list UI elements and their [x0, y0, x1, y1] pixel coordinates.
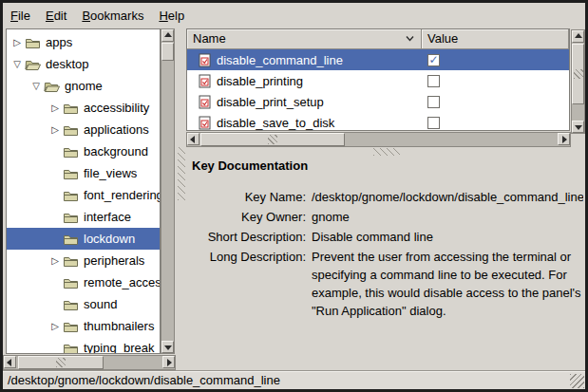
tree-item-label: apps	[44, 35, 72, 49]
key-name-cell: disable_printing	[187, 74, 422, 88]
tree-item-typing_break[interactable]: typing_break	[7, 337, 160, 354]
key-row-disable_print_setup[interactable]: disable_print_setup	[187, 91, 569, 112]
tree-item-label: interface	[82, 210, 131, 224]
expander-icon[interactable]: ▷	[48, 103, 62, 113]
arrow-left-icon	[7, 359, 11, 366]
scroll-down-button[interactable]	[572, 121, 584, 133]
gconf-editor-window: FileEditBookmarksHelp ▷ apps ▽ desktop ▽	[0, 0, 588, 392]
menu-file[interactable]: File	[7, 6, 34, 26]
folder-icon	[63, 276, 79, 289]
folder-closed-icon	[63, 342, 79, 355]
menu-edit[interactable]: Edit	[42, 6, 70, 26]
tree-item-thumbnailers[interactable]: ▷ thumbnailers	[7, 315, 160, 337]
folder-icon	[63, 189, 79, 202]
expander-icon[interactable]: ▽	[29, 81, 43, 91]
key-row-disable_save_to_disk[interactable]: disable_save_to_disk	[187, 112, 569, 131]
tree-item-apps[interactable]: ▷ apps	[7, 31, 160, 53]
key-name-cell: disable_save_to_disk	[187, 116, 422, 130]
value-checkbox[interactable]	[427, 75, 440, 87]
scroll-left-button[interactable]	[187, 133, 199, 145]
tree-item-desktop[interactable]: ▽ desktop	[7, 53, 160, 75]
folder-icon	[63, 145, 79, 159]
folder-icon	[63, 167, 79, 180]
folder-closed-icon	[63, 211, 79, 224]
value-checkbox[interactable]	[427, 117, 440, 129]
arrow-left-icon	[190, 136, 195, 143]
tree-item-background[interactable]: background	[7, 140, 160, 162]
key-row-disable_printing[interactable]: disable_printing	[187, 70, 569, 91]
expander-icon[interactable]: ▷	[48, 321, 62, 331]
arrow-right-icon	[167, 359, 172, 366]
folder-closed-icon	[63, 254, 79, 268]
folder-closed-icon	[63, 276, 79, 289]
tree-item-accessibility[interactable]: ▷ accessibility	[7, 97, 160, 119]
vertical-splitter-handle[interactable]	[178, 147, 185, 200]
tree-item-file_views[interactable]: file_views	[7, 162, 160, 184]
key-name-label: disable_print_setup	[217, 95, 324, 109]
list-hscroll-thumb[interactable]	[200, 133, 345, 146]
folder-closed-icon	[63, 298, 79, 311]
tree-item-applications[interactable]: ▷ applications	[7, 119, 160, 140]
tree-item-peripherals[interactable]: ▷ peripherals	[7, 250, 160, 271]
scroll-up-button[interactable]	[161, 29, 174, 42]
tree-item-label: file_views	[82, 166, 137, 180]
expander-icon[interactable]: ▽	[10, 59, 24, 69]
menu-help[interactable]: Help	[155, 6, 188, 26]
window-resize-grip[interactable]	[570, 374, 584, 388]
list-vertical-scrollbar[interactable]	[571, 29, 585, 134]
boolean-key-icon	[199, 95, 211, 109]
tree-item-label: peripherals	[82, 253, 144, 268]
scroll-up-button[interactable]	[572, 30, 584, 43]
scroll-right-button[interactable]	[558, 133, 570, 145]
key-value-cell	[422, 75, 569, 87]
tree-item-sound[interactable]: sound	[7, 293, 160, 315]
tree-horizontal-scrollbar[interactable]	[3, 355, 176, 370]
folder-open-icon	[44, 80, 60, 93]
key-name-label: disable_save_to_disk	[217, 116, 334, 130]
menu-bookmarks[interactable]: Bookmarks	[78, 6, 147, 26]
scroll-down-button[interactable]	[161, 341, 174, 353]
expander-icon[interactable]: ▷	[10, 37, 24, 47]
key-documentation-fields: Key Name: /desktop/gnome/lockdown/disabl…	[192, 188, 579, 320]
tree-item-lockdown[interactable]: lockdown	[7, 228, 160, 250]
thumb-grip	[56, 358, 66, 367]
tree-item-font_rendering[interactable]: font_rendering	[7, 184, 160, 206]
key-value-cell	[422, 96, 569, 108]
scroll-right-button[interactable]	[162, 356, 175, 368]
folder-icon	[44, 80, 60, 93]
list-vscroll-thumb[interactable]	[572, 44, 584, 104]
key-name-label: disable_printing	[217, 74, 303, 88]
tree-item-label: background	[82, 144, 148, 159]
boolean-key-icon	[199, 74, 211, 88]
column-header-value[interactable]: Value	[422, 29, 569, 49]
tree-item-label: applications	[82, 122, 149, 137]
arrow-right-icon	[562, 136, 567, 143]
tree-item-gnome[interactable]: ▽ gnome	[7, 75, 160, 97]
key-row-disable_command_line[interactable]: disable_command_line ✓	[187, 49, 569, 70]
value-checkbox[interactable]	[427, 96, 440, 108]
tree-vscroll-thumb[interactable]	[161, 43, 174, 61]
scroll-left-button[interactable]	[4, 356, 16, 368]
folder-icon	[63, 342, 79, 355]
settings-tree[interactable]: ▷ apps ▽ desktop ▽ gnome	[6, 28, 161, 354]
tree-item-label: font_rendering	[82, 188, 161, 202]
tree-rows: ▷ apps ▽ desktop ▽ gnome	[7, 31, 160, 354]
tree-vertical-scrollbar[interactable]	[161, 28, 175, 354]
tree-item-interface[interactable]: interface	[7, 206, 160, 228]
folder-icon	[25, 58, 41, 71]
expander-icon[interactable]: ▷	[48, 124, 62, 135]
menubar: FileEditBookmarksHelp	[3, 3, 585, 28]
doc-field-value: gnome	[312, 208, 583, 226]
expander-icon[interactable]: ▷	[48, 255, 62, 266]
tree-hscroll-thumb[interactable]	[18, 356, 104, 369]
tree-item-remote_access[interactable]: remote_access	[7, 271, 160, 293]
folder-icon	[63, 298, 79, 311]
tree-item-label: gnome	[63, 79, 103, 93]
sort-chevron-down-icon	[406, 35, 414, 42]
key-list[interactable]: Name Value disable_command_line ✓	[186, 28, 570, 131]
key-list-header: Name Value	[187, 29, 569, 49]
list-horizontal-scrollbar[interactable]	[186, 132, 571, 147]
column-header-name[interactable]: Name	[187, 29, 422, 49]
key-value-cell	[422, 117, 569, 129]
value-checkbox[interactable]: ✓	[427, 54, 440, 66]
